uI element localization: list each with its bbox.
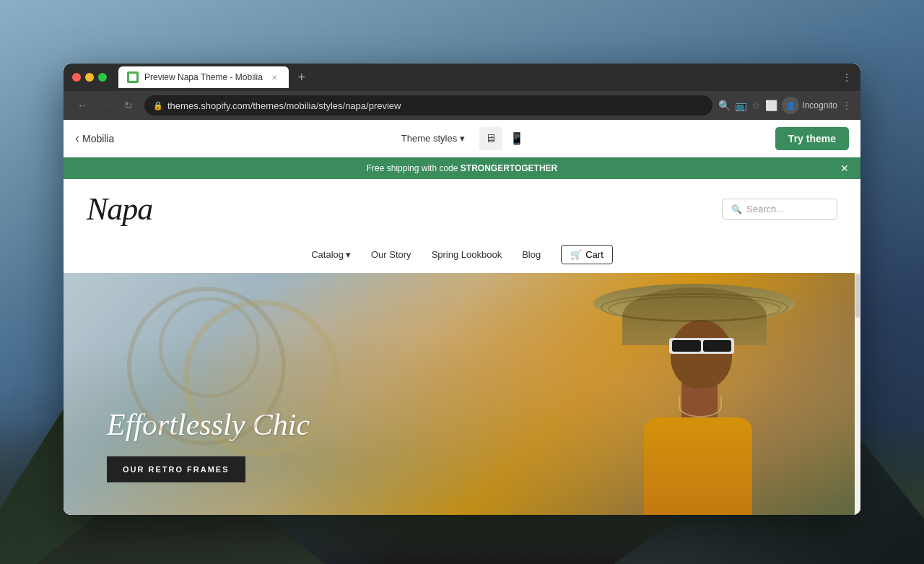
mobile-view-button[interactable]: 📱	[505, 127, 528, 150]
toolbar-center-controls: Theme styles ▾ 🖥 📱	[396, 127, 528, 150]
extension-icon[interactable]: ⬜	[765, 100, 777, 111]
store-navigation: Catalog ▾ Our Story Spring Lookbook Blog…	[64, 239, 860, 273]
announcement-text: Free shipping with code	[367, 163, 461, 173]
tab-title: Preview Napa Theme - Mobilia	[144, 72, 263, 82]
announcement-close-button[interactable]: ✕	[837, 161, 852, 175]
chrome-menu-icon[interactable]: ⋮	[842, 71, 852, 83]
theme-dropdown-arrow: ▾	[460, 133, 465, 144]
cart-button[interactable]: 🛒 Cart	[561, 245, 613, 264]
napa-store: Free shipping with code STRONGERTOGETHER…	[64, 157, 860, 515]
logo-text: Napa	[87, 191, 152, 227]
nav-item-spring-lookbook[interactable]: Spring Lookbook	[432, 249, 502, 260]
profile-area[interactable]: 👤 Incognito	[782, 97, 837, 114]
nav-item-catalog[interactable]: Catalog ▾	[311, 249, 351, 260]
cart-icon: 🛒	[570, 249, 582, 260]
incognito-label: Incognito	[802, 100, 837, 110]
mobile-icon: 📱	[510, 131, 524, 145]
nav-catalog-label: Catalog	[311, 249, 344, 260]
scrollbar-thumb	[855, 274, 860, 318]
chrome-titlebar: Preview Napa Theme - Mobilia ✕ + ⋮	[64, 64, 860, 91]
hero-section: Effortlessly Chic OUR RETRO FRAMES	[64, 273, 860, 515]
announcement-bar: Free shipping with code STRONGERTOGETHER…	[64, 157, 860, 179]
store-logo: Napa	[87, 191, 152, 227]
shopify-preview-toolbar: ‹ Mobilia Theme styles ▾ 🖥 📱 Try theme	[64, 120, 860, 157]
bookmark-icon[interactable]: ☆	[751, 100, 761, 111]
browser-window: Preview Napa Theme - Mobilia ✕ + ⋮ ← → ↻…	[64, 64, 860, 515]
svg-rect-0	[129, 74, 136, 81]
device-toggle-group: 🖥 📱	[479, 127, 528, 150]
search-tool-icon[interactable]: 🔍	[718, 100, 731, 111]
minimize-window-button[interactable]	[85, 73, 94, 82]
cast-icon[interactable]: 📺	[735, 100, 747, 111]
face	[671, 320, 732, 389]
try-theme-button[interactable]: Try theme	[775, 127, 849, 150]
chrome-tools: 🔍 📺 ☆ ⬜ 👤 Incognito ⋮	[718, 97, 852, 114]
chrome-controls-right: ⋮	[842, 71, 852, 83]
avatar-icon: 👤	[786, 102, 795, 110]
tabs-area: Preview Napa Theme - Mobilia ✕ +	[118, 66, 836, 88]
url-text: themes.shopify.com/themes/mobilia/styles…	[167, 100, 401, 111]
new-tab-button[interactable]: +	[292, 67, 312, 87]
incognito-avatar: 👤	[782, 97, 799, 114]
back-arrow-icon: ‹	[75, 131, 79, 146]
active-tab[interactable]: Preview Napa Theme - Mobilia ✕	[118, 66, 289, 88]
search-box[interactable]: 🔍 Search...	[722, 199, 837, 220]
store-preview-area: Free shipping with code STRONGERTOGETHER…	[64, 157, 860, 515]
desktop-icon: 🖥	[485, 132, 497, 145]
search-icon: 🔍	[731, 204, 742, 214]
ferris-wheel-inner	[159, 297, 260, 398]
scrollbar[interactable]	[855, 273, 860, 515]
mobilia-label: Mobilia	[82, 133, 114, 144]
sunglasses	[669, 338, 734, 354]
lens-right	[703, 340, 732, 352]
cart-label: Cart	[585, 249, 603, 260]
store-header: Napa 🔍 Search...	[64, 179, 860, 239]
nav-our-story-label: Our Story	[371, 249, 411, 260]
lock-icon: 🔒	[153, 101, 163, 110]
fullscreen-window-button[interactable]	[98, 73, 107, 82]
necklace	[679, 396, 722, 417]
hero-person-area	[536, 273, 839, 515]
catalog-dropdown-arrow: ▾	[346, 249, 351, 260]
forward-button[interactable]: →	[95, 95, 116, 116]
body-dress	[644, 417, 752, 515]
back-button[interactable]: ←	[72, 95, 92, 116]
tab-close-button[interactable]: ✕	[269, 71, 280, 83]
refresh-button[interactable]: ↻	[118, 95, 139, 116]
tab-favicon	[127, 71, 139, 83]
search-placeholder: Search...	[746, 204, 784, 214]
nav-blog-label: Blog	[522, 249, 541, 260]
traffic-lights	[72, 73, 107, 82]
theme-styles-label: Theme styles	[401, 133, 457, 144]
header-right-controls: 🔍 Search...	[722, 199, 837, 220]
address-bar[interactable]: 🔒 themes.shopify.com/themes/mobilia/styl…	[144, 95, 712, 116]
hero-cta-button[interactable]: OUR RETRO FRAMES	[107, 456, 245, 482]
nav-buttons: ← → ↻	[72, 95, 139, 116]
announcement-code: STRONGERTOGETHER	[461, 163, 557, 173]
chrome-addressbar: ← → ↻ 🔒 themes.shopify.com/themes/mobili…	[64, 91, 860, 120]
back-to-mobilia-button[interactable]: ‹ Mobilia	[75, 131, 114, 146]
chrome-more-icon[interactable]: ⋮	[842, 100, 852, 111]
hat-ring-2	[608, 296, 781, 321]
desktop-view-button[interactable]: 🖥	[479, 127, 502, 150]
nav-item-our-story[interactable]: Our Story	[371, 249, 411, 260]
close-window-button[interactable]	[72, 73, 81, 82]
theme-styles-dropdown[interactable]: Theme styles ▾	[396, 130, 471, 147]
nav-spring-lookbook-label: Spring Lookbook	[432, 249, 502, 260]
nav-item-blog[interactable]: Blog	[522, 249, 541, 260]
lens-left	[672, 340, 701, 352]
